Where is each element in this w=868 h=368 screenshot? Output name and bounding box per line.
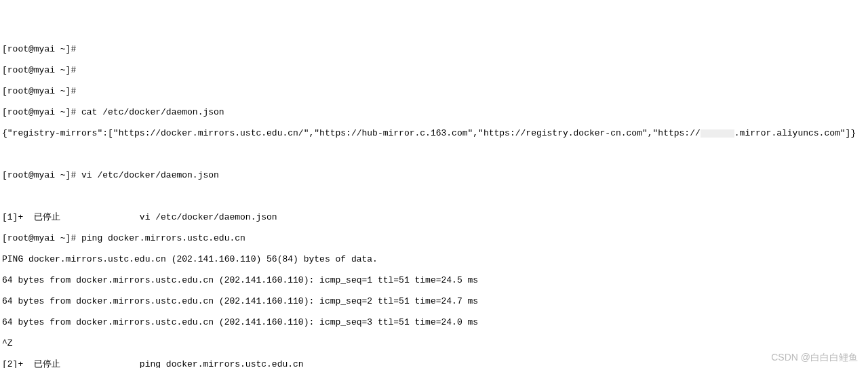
json-pre: {"registry-mirrors":["https://docker.mir… bbox=[2, 128, 701, 138]
ctrl-z: ^Z bbox=[2, 338, 866, 349]
prompt-line: [root@myai ~]# bbox=[2, 86, 866, 97]
job-stopped: [2]+ 已停止 ping docker.mirrors.ustc.edu.cn bbox=[2, 359, 866, 368]
prompt-line: [root@myai ~]# bbox=[2, 44, 866, 55]
blank-line bbox=[2, 149, 866, 160]
redacted-text bbox=[701, 129, 734, 138]
job-stopped: [1]+ 已停止 vi /etc/docker/daemon.json bbox=[2, 212, 866, 223]
json-post: .mirror.aliyuncs.com"]} bbox=[734, 128, 856, 138]
vi-command: [root@myai ~]# vi /etc/docker/daemon.jso… bbox=[2, 170, 866, 181]
prompt-line: [root@myai ~]# bbox=[2, 65, 866, 76]
watermark: CSDN @白白白鲤鱼 bbox=[771, 352, 858, 363]
ping-response: 64 bytes from docker.mirrors.ustc.edu.cn… bbox=[2, 275, 866, 286]
terminal-output[interactable]: [root@myai ~]# [root@myai ~]# [root@myai… bbox=[2, 44, 866, 368]
ping-response: 64 bytes from docker.mirrors.ustc.edu.cn… bbox=[2, 317, 866, 328]
ping-response: 64 bytes from docker.mirrors.ustc.edu.cn… bbox=[2, 296, 866, 307]
daemon-json-output: {"registry-mirrors":["https://docker.mir… bbox=[2, 128, 866, 139]
cat-command: [root@myai ~]# cat /etc/docker/daemon.js… bbox=[2, 107, 866, 118]
blank-line bbox=[2, 191, 866, 202]
ping-command: [root@myai ~]# ping docker.mirrors.ustc.… bbox=[2, 233, 866, 244]
ping-header: PING docker.mirrors.ustc.edu.cn (202.141… bbox=[2, 254, 866, 265]
